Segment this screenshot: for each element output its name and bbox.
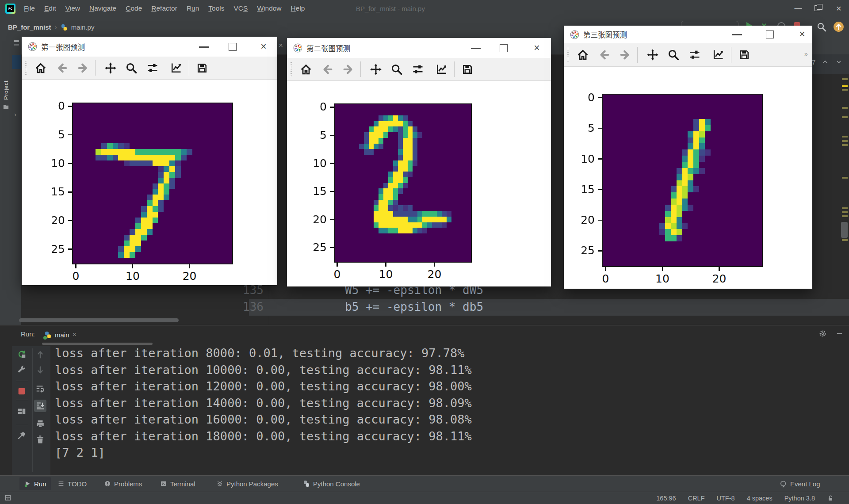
restore-icon[interactable] (808, 4, 829, 13)
edit-plot-icon[interactable] (712, 49, 724, 61)
print-icon[interactable] (34, 418, 46, 430)
zoom-icon[interactable] (667, 49, 680, 61)
status-item-1[interactable]: CRLF (688, 495, 705, 502)
pan-icon[interactable] (646, 49, 659, 61)
unlock-icon[interactable] (827, 495, 834, 502)
tab-close-icon[interactable]: × (73, 331, 76, 339)
app-grid-icon[interactable] (4, 494, 12, 502)
forward-icon[interactable] (342, 63, 355, 76)
run-header-gear-icon[interactable] (819, 330, 827, 338)
menu-item-navigate[interactable]: Navigate (89, 4, 116, 12)
figure-close-icon[interactable]: × (532, 42, 542, 53)
toolbar-grip[interactable] (290, 61, 292, 77)
down-arrow-icon[interactable] (34, 364, 46, 376)
zoom-icon[interactable] (390, 63, 403, 76)
run-tab-main[interactable]: main× (44, 328, 97, 342)
figure-window-3[interactable]: 第三张图预测×»051015202501020 (564, 26, 812, 289)
breadcrumb-project[interactable]: BP_for_mnist (8, 23, 51, 31)
menu-item-help[interactable]: Help (291, 4, 305, 12)
toolbar-grip[interactable] (25, 60, 27, 76)
save-icon[interactable] (461, 63, 474, 76)
home-icon[interactable] (577, 49, 589, 61)
pycharm-logo-icon[interactable]: PC (5, 4, 15, 14)
softwrap-icon[interactable] (34, 382, 46, 395)
menu-item-refactor[interactable]: Refactor (151, 4, 177, 12)
scroll-end-icon[interactable] (34, 400, 46, 412)
tool-tab-python-console[interactable]: Python Console (303, 477, 360, 490)
menu-item-vcs[interactable]: VCS (234, 4, 248, 12)
toolbar-expand-icon[interactable]: » (804, 50, 811, 59)
status-item-0[interactable]: 165:96 (656, 495, 676, 502)
figure-close-icon[interactable]: × (258, 41, 269, 52)
edit-plot-icon[interactable] (435, 63, 447, 76)
figure-close-icon[interactable]: × (797, 28, 807, 40)
close-icon[interactable]: × (829, 3, 849, 14)
subplots-icon[interactable] (146, 62, 159, 74)
menu-item-edit[interactable]: Edit (44, 4, 56, 12)
stop-icon[interactable] (17, 386, 27, 397)
clear-icon[interactable] (34, 433, 46, 446)
figure-titlebar[interactable]: 第一张图预测 (22, 37, 277, 57)
search-prev-icon[interactable] (822, 58, 830, 66)
menu-item-tools[interactable]: Tools (208, 4, 224, 12)
figure-minimize-icon[interactable] (471, 48, 481, 49)
figure-minimize-icon[interactable] (199, 46, 209, 48)
tool-tab-event-log[interactable]: Event Log (780, 477, 820, 490)
figure-window-1[interactable]: 第一张图预测×051015202501020 (22, 37, 277, 285)
tool-tab-todo[interactable]: TODO (57, 477, 87, 490)
toolbar-grip[interactable] (567, 47, 569, 63)
figure-minimize-icon[interactable] (732, 34, 742, 35)
run-console[interactable]: loss after iteration 8000: 0.01, testing… (55, 345, 846, 473)
search-next-icon[interactable] (835, 58, 843, 66)
status-item-4[interactable]: Python 3.8 (784, 495, 815, 502)
project-expand-chevron-icon[interactable]: › (14, 111, 21, 118)
wrench-icon[interactable] (17, 365, 27, 375)
back-icon[interactable] (56, 62, 68, 74)
figure-maximize-icon[interactable] (229, 43, 237, 51)
stripe-item-project[interactable]: Project (0, 80, 12, 112)
rerun-icon[interactable] (17, 349, 27, 360)
figure-titlebar[interactable]: 第三张图预测 (564, 26, 812, 43)
up-arrow-icon[interactable] (34, 348, 46, 361)
edit-plot-icon[interactable] (170, 62, 182, 74)
figure-maximize-icon[interactable] (500, 44, 508, 52)
editor-hscrollbar[interactable] (19, 318, 179, 322)
tool-tab-python-packages[interactable]: Python Packages (216, 477, 278, 490)
search-icon[interactable] (816, 22, 827, 34)
pan-icon[interactable] (104, 62, 117, 74)
menu-item-window[interactable]: Window (257, 4, 281, 12)
minimize-icon[interactable]: — (788, 4, 808, 13)
home-icon[interactable] (34, 62, 47, 74)
figure-maximize-icon[interactable] (766, 31, 774, 38)
menu-item-file[interactable]: File (24, 4, 35, 12)
tool-tab-problems[interactable]: Problems (104, 477, 142, 490)
menu-item-view[interactable]: View (65, 4, 80, 12)
forward-icon[interactable] (619, 49, 631, 61)
layout-icon[interactable] (17, 406, 27, 417)
zoom-icon[interactable] (125, 62, 138, 74)
status-item-2[interactable]: UTF-8 (717, 495, 735, 502)
subplots-icon[interactable] (412, 63, 424, 76)
editor-vscrollbar[interactable] (841, 222, 848, 238)
menu-item-run[interactable]: Run (187, 4, 199, 12)
project-selected-row[interactable] (12, 55, 21, 69)
save-icon[interactable] (738, 49, 750, 61)
breadcrumb-file[interactable]: main.py (71, 23, 95, 31)
subplots-icon[interactable] (688, 49, 701, 61)
home-icon[interactable] (300, 63, 312, 76)
tool-tab-terminal[interactable]: Terminal (160, 477, 195, 490)
save-icon[interactable] (196, 62, 208, 74)
pan-icon[interactable] (370, 63, 382, 76)
editor-tab-close-icon[interactable]: × (279, 41, 286, 50)
run-header-hide-icon[interactable] (836, 330, 844, 338)
status-item-3[interactable]: 4 spaces (747, 495, 773, 502)
menu-item-code[interactable]: Code (126, 4, 142, 12)
forward-icon[interactable] (77, 62, 89, 74)
pin-icon[interactable] (17, 431, 27, 441)
back-icon[interactable] (598, 49, 610, 61)
updates-icon[interactable] (833, 21, 844, 34)
figure-titlebar[interactable]: 第二张图预测 (287, 38, 551, 58)
tool-tab-run[interactable]: Run (19, 477, 51, 490)
figure-window-2[interactable]: 第二张图预测×051015202501020 (287, 38, 551, 286)
back-icon[interactable] (321, 63, 333, 76)
